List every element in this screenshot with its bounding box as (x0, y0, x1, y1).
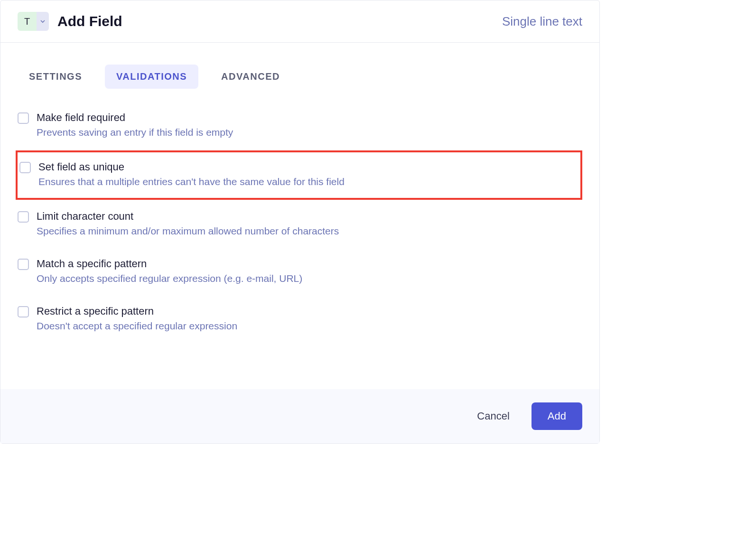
option-title: Limit character count (37, 210, 582, 223)
add-button[interactable]: Add (532, 402, 582, 430)
tab-validations[interactable]: VALIDATIONS (105, 65, 198, 89)
type-letter-icon: T (18, 12, 37, 31)
field-type-label: Single line text (502, 14, 582, 29)
cancel-button[interactable]: Cancel (468, 404, 518, 428)
option-text: Match a specific pattern Only accepts sp… (37, 258, 582, 284)
option-title: Restrict a specific pattern (37, 305, 582, 317)
tab-settings[interactable]: SETTINGS (18, 65, 93, 89)
option-text: Make field required Prevents saving an e… (37, 112, 582, 138)
tab-advanced[interactable]: ADVANCED (210, 65, 291, 89)
option-desc: Ensures that a multiple entries can't ha… (38, 176, 576, 187)
header-left: T Add Field (18, 12, 122, 31)
option-required: Make field required Prevents saving an e… (18, 105, 582, 152)
add-field-dialog: T Add Field Single line text SETTINGS VA… (0, 0, 600, 444)
option-restrict: Restrict a specific pattern Doesn't acce… (18, 299, 582, 346)
option-text: Set field as unique Ensures that a multi… (38, 161, 576, 187)
option-text: Restrict a specific pattern Doesn't acce… (37, 305, 582, 332)
option-title: Make field required (37, 112, 582, 124)
dialog-header: T Add Field Single line text (0, 0, 599, 43)
option-unique: Set field as unique Ensures that a multi… (16, 150, 582, 200)
checkbox-unique[interactable] (19, 162, 31, 173)
option-desc: Doesn't accept a specified regular expre… (37, 320, 582, 332)
dialog-title: Add Field (57, 13, 122, 29)
option-desc: Prevents saving an entry if this field i… (37, 127, 582, 138)
option-title: Set field as unique (38, 161, 576, 173)
option-match: Match a specific pattern Only accepts sp… (18, 251, 582, 299)
dialog-footer: Cancel Add (0, 389, 599, 443)
field-type-selector[interactable]: T (18, 12, 49, 31)
option-text: Limit character count Specifies a minimu… (37, 210, 582, 237)
checkbox-limit[interactable] (18, 211, 29, 223)
validation-options: Make field required Prevents saving an e… (0, 89, 599, 389)
checkbox-restrict[interactable] (18, 306, 29, 317)
checkbox-match[interactable] (18, 259, 29, 270)
checkbox-required[interactable] (18, 112, 29, 124)
tab-bar: SETTINGS VALIDATIONS ADVANCED (0, 43, 599, 89)
option-desc: Only accepts specified regular expressio… (37, 273, 582, 284)
option-title: Match a specific pattern (37, 258, 582, 270)
chevron-down-icon (37, 12, 49, 31)
option-desc: Specifies a minimum and/or maximum allow… (37, 225, 582, 237)
option-limit: Limit character count Specifies a minimu… (18, 204, 582, 251)
